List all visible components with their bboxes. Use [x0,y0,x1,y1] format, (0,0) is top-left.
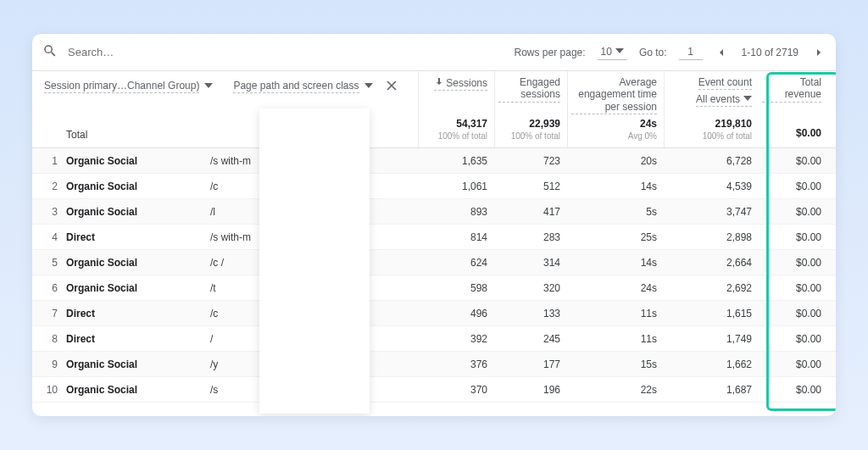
table-row[interactable]: 3Organic Social/l8934175s3,747$0.00 [32,199,836,225]
dimension-area: Session primary…Channel Group) Page path… [32,71,418,147]
row-avgeng: 14s [567,257,664,269]
row-events: 2,664 [664,257,759,269]
total-label: Total [44,129,409,141]
row-dim-primary: Organic Social [66,358,210,370]
total-engaged-sub: 100% of total [511,131,560,141]
row-events: 1,749 [664,333,759,345]
row-engaged: 196 [494,384,567,396]
row-index: 3 [32,206,66,218]
row-avgeng: 5s [567,206,664,218]
row-revenue: $0.00 [759,308,828,319]
row-events: 2,692 [664,282,759,294]
table-row[interactable]: 8Direct/39224511s1,749$0.00 [32,326,836,352]
row-sessions: 598 [418,282,494,294]
row-revenue: $0.00 [759,206,828,218]
remove-secondary-dimension-button[interactable] [387,81,397,93]
secondary-dimension-picker[interactable]: Page path and screen class [233,80,396,93]
col-total-revenue[interactable]: Total revenue $0.00 [759,71,828,147]
table-row[interactable]: 4Direct/s with-m81428325s2,898$0.00 [32,225,836,250]
row-dim-secondary: /l [210,206,418,218]
row-index: 8 [32,333,66,345]
row-engaged: 314 [494,257,567,269]
col-sessions[interactable]: Sessions 54,317 100% of total [418,71,494,147]
row-revenue: $0.00 [759,384,828,396]
row-sessions: 893 [418,206,494,218]
row-sessions: 814 [418,231,494,243]
row-dim-secondary: /c [210,308,418,319]
table-row[interactable]: 5Organic Social/c /62431414s2,664$0.00 [32,250,836,275]
row-dim-secondary: /s [210,384,418,396]
page-range: 1-10 of 2719 [742,47,798,58]
total-avgeng-value: 24s [640,118,657,130]
rows-per-page-label: Rows per page: [515,47,586,58]
row-revenue: $0.00 [759,333,828,345]
total-sessions-value: 54,317 [456,118,487,130]
row-index: 5 [32,257,66,269]
row-dim-secondary: /s with-m [210,155,418,167]
row-avgeng: 24s [567,282,664,294]
row-engaged: 283 [494,231,567,243]
row-avgeng: 15s [567,358,664,370]
row-index: 6 [32,282,66,294]
row-engaged: 245 [494,333,567,345]
row-revenue: $0.00 [759,181,828,192]
row-events: 1,615 [664,308,759,319]
table-header: Session primary…Channel Group) Page path… [32,71,836,148]
metric-headers: Sessions 54,317 100% of total Engaged se… [418,71,836,147]
row-dim-primary: Organic Social [66,257,210,269]
total-revenue-value: $0.00 [796,127,821,139]
table-row[interactable]: 6Organic Social/t59832024s2,692$0.00 [32,275,836,301]
table-row[interactable]: 10Organic Social/s37019622s1,687$0.00 [32,377,836,403]
goto-input[interactable]: 1 [679,44,703,60]
prev-page-button[interactable] [715,46,728,59]
sort-desc-icon [434,76,444,89]
row-index: 4 [32,231,66,243]
row-sessions: 392 [418,333,494,345]
row-revenue: $0.00 [759,231,828,243]
pager: Rows per page: 10 Go to: 1 1-10 of 2719 [515,44,826,60]
caret-down-icon [204,81,213,92]
total-sessions-sub: 100% of total [438,131,487,141]
row-revenue: $0.00 [759,358,828,370]
table-row[interactable]: 7Direct/c49613311s1,615$0.00 [32,301,836,326]
rows-per-page-select[interactable]: 10 [598,44,627,60]
row-index: 1 [32,155,66,167]
row-avgeng: 14s [567,181,664,192]
search-icon [42,43,66,61]
table-row[interactable]: 9Organic Social/y37617715s1,662$0.00 [32,352,836,377]
col-event-count[interactable]: Event count All events 219,810 100% of t… [664,71,759,147]
table-row[interactable]: 1Organic Social/s with-m1,63572320s6,728… [32,148,836,174]
next-page-button[interactable] [812,46,826,59]
row-engaged: 177 [494,358,567,370]
row-index: 9 [32,358,66,370]
row-dim-primary: Direct [66,308,210,319]
row-dim-primary: Direct [66,333,210,345]
col-engaged-sessions[interactable]: Engaged sessions 22,939 100% of total [494,71,567,147]
row-index: 2 [32,181,66,192]
total-events-value: 219,810 [715,118,752,130]
row-dim-secondary: / [210,333,418,345]
row-avgeng: 11s [567,333,664,345]
row-index: 10 [32,384,66,396]
goto-label: Go to: [639,47,667,58]
primary-dimension-picker[interactable]: Session primary…Channel Group) [44,80,213,93]
row-events: 3,747 [664,206,759,218]
event-filter-picker[interactable]: All events [696,93,752,107]
table-row[interactable]: 2Organic Social/c1,06151214s4,539$0.00 [32,174,836,199]
row-dim-secondary: /c / [210,257,418,269]
row-revenue: $0.00 [759,282,828,294]
row-dim-primary: Organic Social [66,155,210,167]
total-avgeng-sub: Avg 0% [628,131,657,141]
row-revenue: $0.00 [759,257,828,269]
row-avgeng: 11s [567,308,664,319]
col-avg-engagement[interactable]: Average engagement time per session 24s … [567,71,664,147]
row-engaged: 723 [494,155,567,167]
row-engaged: 512 [494,181,567,192]
row-sessions: 624 [418,257,494,269]
caret-down-icon [743,93,752,105]
search-input[interactable] [66,45,253,59]
row-avgeng: 22s [567,384,664,396]
row-events: 4,539 [664,181,759,192]
row-events: 1,687 [664,384,759,396]
row-events: 6,728 [664,155,759,167]
